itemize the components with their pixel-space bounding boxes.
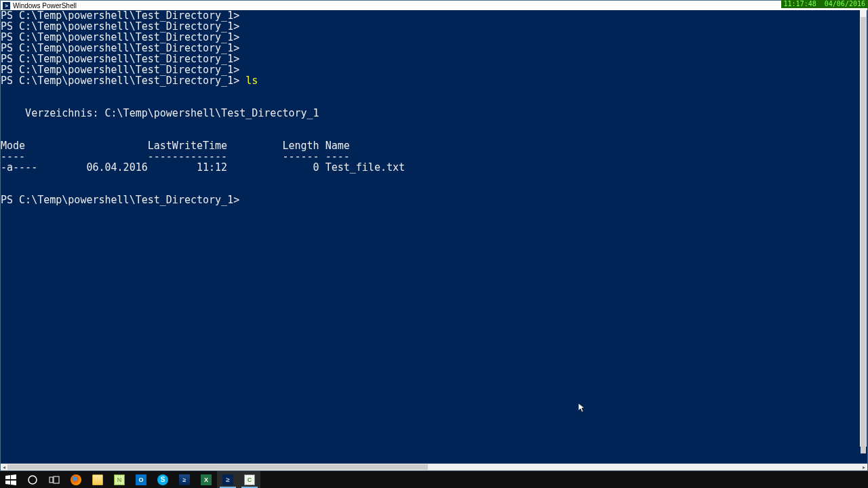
notepadpp-icon: N <box>114 474 125 485</box>
ise-icon: ≥ <box>179 474 190 485</box>
windows-icon <box>5 474 16 485</box>
clock-time: 11:17:48 <box>784 0 816 7</box>
folder-icon <box>92 474 103 485</box>
cortana-button[interactable] <box>22 471 43 488</box>
svg-rect-1 <box>50 477 53 483</box>
firefox-icon <box>71 474 81 485</box>
camtasia-icon: C <box>244 474 255 485</box>
svg-point-0 <box>28 476 37 484</box>
skype-button[interactable]: S <box>152 471 174 488</box>
powershell-icon <box>3 2 10 9</box>
notepadpp-button[interactable]: N <box>108 471 130 488</box>
firefox-button[interactable] <box>65 471 87 488</box>
circle-icon <box>27 474 38 485</box>
taskview-button[interactable] <box>43 471 65 488</box>
excel-button[interactable]: X <box>195 471 217 488</box>
taskview-icon <box>49 474 60 485</box>
horizontal-scrollbar[interactable]: ◂ ▸ <box>1 464 867 470</box>
powershell-window: Windows PowerShell PS C:\Temp\powershell… <box>0 0 868 471</box>
outlook-button[interactable]: O <box>130 471 152 488</box>
start-button[interactable] <box>0 471 22 488</box>
scroll-right-icon[interactable]: ▸ <box>861 464 867 470</box>
powershell-icon: ≥ <box>222 474 233 485</box>
clock-date: 04/06/2016 <box>825 0 865 7</box>
ise-button[interactable]: ≥ <box>174 471 195 488</box>
svg-rect-2 <box>54 476 59 483</box>
terminal-output[interactable]: PS C:\Temp\powershell\Test_Directory_1> … <box>1 10 867 464</box>
camtasia-button[interactable]: C <box>239 471 260 488</box>
excel-icon: X <box>201 474 212 485</box>
outlook-icon: O <box>136 474 146 485</box>
hscroll-thumb[interactable] <box>7 464 428 470</box>
explorer-button[interactable] <box>87 471 108 488</box>
window-title: Windows PowerShell <box>13 2 77 9</box>
scroll-left-icon[interactable]: ◂ <box>1 464 7 470</box>
vertical-scrollbar[interactable] <box>860 10 867 447</box>
titlebar[interactable]: Windows PowerShell <box>1 1 867 10</box>
powershell-taskbar-button[interactable]: ≥ <box>217 471 239 488</box>
vscroll-thumb[interactable] <box>861 17 866 453</box>
clock-overlay: 11:17:48 04/06/2016 <box>781 0 868 8</box>
skype-icon: S <box>157 474 168 485</box>
taskbar: N O S ≥ X ≥ C <box>0 471 868 488</box>
